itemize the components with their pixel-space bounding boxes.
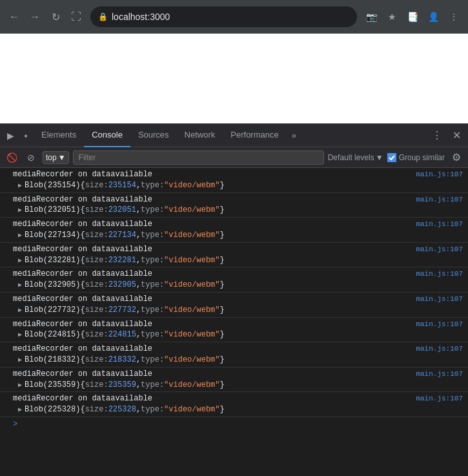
group-similar-option: Group similar — [387, 153, 445, 162]
blob-label: Blob(225328) — [25, 404, 80, 415]
filter-input[interactable] — [73, 150, 324, 165]
log-entry: mediaRecorder on dataavailablemain.js:10… — [0, 267, 468, 293]
reload-button[interactable]: ↻ — [46, 8, 65, 26]
context-selector[interactable]: top ▼ — [43, 151, 69, 164]
log-source[interactable]: main.js:107 — [416, 295, 463, 304]
log-source[interactable]: main.js:107 — [416, 245, 463, 254]
log-source[interactable]: main.js:107 — [416, 220, 463, 229]
log-source[interactable]: main.js:107 — [416, 170, 463, 180]
address-text: localhost:3000 — [112, 12, 170, 22]
log-source[interactable]: main.js:107 — [416, 320, 463, 329]
profile-button[interactable]: 👤 — [424, 8, 442, 26]
log-entry: mediaRecorder on dataavailablemain.js:10… — [0, 293, 468, 318]
console-output[interactable]: mediaRecorder on dataavailablemain.js:10… — [0, 168, 468, 476]
blob-label: Blob(232281) — [25, 255, 80, 266]
bookmark-button[interactable]: ★ — [383, 8, 401, 26]
log-text: mediaRecorder on dataavailable — [13, 244, 152, 255]
devtools-close-button[interactable]: ✕ — [447, 127, 465, 145]
blob-label: Blob(227134) — [25, 230, 80, 241]
devtools-device-button[interactable]: ▪ — [18, 128, 34, 143]
group-similar-checkbox[interactable] — [387, 153, 396, 162]
log-text: mediaRecorder on dataavailable — [13, 319, 152, 330]
nav-buttons: ← → ↻ ⛶ — [5, 8, 85, 26]
expand-icon[interactable]: ▶ — [18, 356, 22, 365]
console-settings-button[interactable]: ⚙ — [449, 150, 464, 165]
expand-icon[interactable]: ▶ — [18, 381, 22, 390]
blob-label: Blob(235154) — [25, 180, 80, 191]
chevron-down-icon: ▼ — [376, 153, 383, 162]
devtools: ▶ ▪ Elements Console Sources Network Per… — [0, 124, 468, 476]
log-source[interactable]: main.js:107 — [416, 394, 463, 404]
log-text: mediaRecorder on dataavailable — [13, 369, 152, 380]
prompt-arrow-icon: > — [13, 420, 17, 429]
expand-icon[interactable]: ▶ — [18, 406, 22, 415]
log-text: mediaRecorder on dataavailable — [13, 393, 152, 404]
expand-icon[interactable]: ▶ — [18, 181, 22, 191]
webpage-content — [0, 34, 468, 124]
lock-icon: 🔒 — [98, 12, 108, 21]
default-levels-dropdown[interactable]: Default levels ▼ — [328, 153, 383, 162]
forward-button[interactable]: → — [26, 8, 44, 26]
home-button[interactable]: ⛶ — [67, 8, 85, 26]
devtools-more-button[interactable]: ⋮ — [428, 127, 446, 145]
devtools-tabbar: ▶ ▪ Elements Console Sources Network Per… — [0, 124, 468, 147]
blob-label: Blob(218332) — [25, 355, 80, 366]
tab-elements[interactable]: Elements — [34, 124, 84, 147]
blob-label: Blob(232051) — [25, 205, 80, 216]
browser-chrome: ← → ↻ ⛶ 🔒 localhost:3000 📷 ★ 📑 👤 ⋮ — [0, 0, 468, 34]
expand-icon[interactable]: ▶ — [18, 306, 22, 315]
log-text: mediaRecorder on dataavailable — [13, 344, 152, 355]
log-entry: mediaRecorder on dataavailablemain.js:10… — [0, 243, 468, 268]
blob-label: Blob(224815) — [25, 329, 80, 340]
devtools-actions: ⋮ ✕ — [428, 127, 465, 145]
log-text: mediaRecorder on dataavailable — [13, 219, 152, 230]
log-entry: mediaRecorder on dataavailablemain.js:10… — [0, 367, 468, 393]
tab-console[interactable]: Console — [84, 124, 130, 147]
clear-console-button[interactable]: 🚫 — [4, 150, 19, 165]
blob-label: Blob(232905) — [25, 280, 80, 291]
back-button[interactable]: ← — [5, 8, 23, 26]
log-text: mediaRecorder on dataavailable — [13, 294, 152, 305]
log-source[interactable]: main.js:107 — [416, 344, 463, 354]
expand-icon[interactable]: ▶ — [18, 331, 22, 340]
log-source[interactable]: main.js:107 — [416, 369, 463, 379]
chevron-down-icon: ▼ — [58, 153, 66, 162]
expand-icon[interactable]: ▶ — [18, 256, 22, 265]
log-entry: mediaRecorder on dataavailablemain.js:10… — [0, 392, 468, 417]
console-prompt[interactable]: > — [0, 417, 468, 431]
tab-network[interactable]: Network — [177, 124, 223, 147]
log-entry: mediaRecorder on dataavailablemain.js:10… — [0, 168, 468, 193]
tab-performance[interactable]: Performance — [223, 124, 286, 147]
cast-button[interactable]: 📷 — [362, 8, 380, 26]
log-entry: mediaRecorder on dataavailablemain.js:10… — [0, 193, 468, 218]
tab-sources[interactable]: Sources — [130, 124, 177, 147]
filter-toggle-button[interactable]: ⊘ — [23, 150, 39, 165]
address-bar[interactable]: 🔒 localhost:3000 — [90, 6, 357, 27]
log-text: mediaRecorder on dataavailable — [13, 194, 152, 205]
log-entry: mediaRecorder on dataavailablemain.js:10… — [0, 318, 468, 343]
expand-icon[interactable]: ▶ — [18, 206, 22, 215]
log-entry: mediaRecorder on dataavailablemain.js:10… — [0, 218, 468, 243]
log-entry: mediaRecorder on dataavailablemain.js:10… — [0, 342, 468, 367]
blob-label: Blob(235359) — [25, 380, 80, 391]
expand-icon[interactable]: ▶ — [18, 281, 22, 290]
browser-actions: 📷 ★ 📑 👤 ⋮ — [362, 8, 463, 26]
log-source[interactable]: main.js:107 — [416, 195, 463, 205]
expand-icon[interactable]: ▶ — [18, 231, 22, 240]
log-source[interactable]: main.js:107 — [416, 269, 463, 279]
menu-button[interactable]: ⋮ — [445, 8, 463, 26]
log-text: mediaRecorder on dataavailable — [13, 269, 152, 280]
more-tabs-button[interactable]: » — [287, 130, 301, 140]
blob-label: Blob(227732) — [25, 305, 80, 316]
devtools-inspect-button[interactable]: ▶ — [3, 128, 18, 143]
collections-button[interactable]: 📑 — [403, 8, 422, 26]
log-text: mediaRecorder on dataavailable — [13, 169, 152, 180]
console-toolbar: 🚫 ⊘ top ▼ Default levels ▼ Group similar… — [0, 147, 468, 168]
